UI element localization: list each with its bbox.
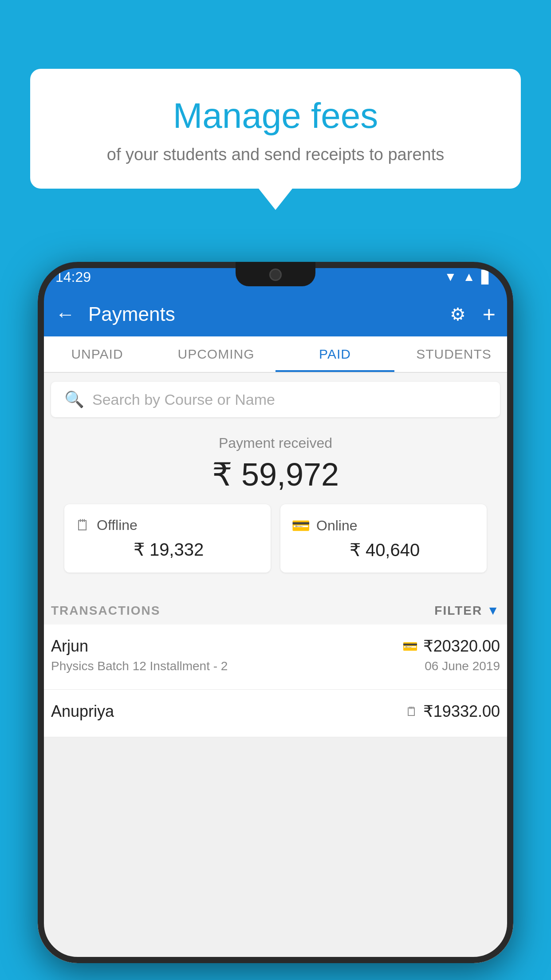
- filter-button[interactable]: FILTER ▼: [434, 604, 500, 618]
- transaction-row-1: Arjun 💳 ₹20320.00: [51, 637, 500, 656]
- transaction-type-icon-1: 💳: [402, 639, 418, 654]
- speech-bubble-subtitle: of your students and send receipts to pa…: [57, 145, 494, 164]
- speech-bubble-arrow: [259, 189, 292, 210]
- status-icons: ▼ ▲ ▊: [445, 270, 491, 285]
- offline-label: Offline: [97, 517, 138, 533]
- transaction-type-icon-2: 🗒: [405, 704, 418, 719]
- back-button[interactable]: ←: [55, 303, 75, 325]
- online-card-header: 💳 Online: [291, 517, 476, 534]
- search-container: 🔍 Search by Course or Name: [38, 373, 513, 426]
- camera: [269, 269, 282, 281]
- transaction-name-1: Arjun: [51, 637, 88, 656]
- speech-bubble-title: Manage fees: [57, 95, 494, 136]
- app-header: ← Payments ⚙ +: [38, 292, 513, 336]
- transaction-row-2: Anupriya 🗒 ₹19332.00: [51, 702, 500, 721]
- transactions-label: TRANSACTIONS: [51, 604, 160, 618]
- payment-summary: Payment received ₹ 59,972 🗒 Offline ₹ 19…: [38, 426, 513, 595]
- transaction-course-1: Physics Batch 12 Installment - 2: [51, 659, 228, 673]
- phone-frame: 14:29 ▼ ▲ ▊ ← Payments ⚙ + UNPAID: [38, 262, 513, 963]
- speech-bubble-wrapper: Manage fees of your students and send re…: [30, 69, 521, 210]
- offline-card: 🗒 Offline ₹ 19,332: [64, 504, 271, 573]
- filter-label: FILTER: [434, 604, 482, 618]
- header-title: Payments: [88, 303, 441, 325]
- transaction-item-anupriya[interactable]: Anupriya 🗒 ₹19332.00: [38, 690, 513, 737]
- search-placeholder: Search by Course or Name: [92, 391, 275, 408]
- tab-upcoming[interactable]: UPCOMING: [157, 336, 276, 372]
- transaction-amount-row-2: 🗒 ₹19332.00: [405, 702, 500, 721]
- app-screen: ← Payments ⚙ + UNPAID UPCOMING PAID STUD…: [38, 292, 513, 963]
- tab-unpaid[interactable]: UNPAID: [38, 336, 157, 372]
- online-amount: ₹ 40,640: [291, 540, 476, 560]
- online-icon: 💳: [291, 517, 310, 534]
- payment-amount: ₹ 59,972: [51, 456, 500, 493]
- transaction-name-2: Anupriya: [51, 702, 114, 721]
- phone-wrapper: 14:29 ▼ ▲ ▊ ← Payments ⚙ + UNPAID: [38, 262, 513, 980]
- transaction-details-row-1: Physics Batch 12 Installment - 2 06 June…: [51, 659, 500, 673]
- gear-icon[interactable]: ⚙: [450, 304, 466, 324]
- wifi-icon: ▼: [445, 270, 457, 284]
- speech-bubble: Manage fees of your students and send re…: [30, 69, 521, 189]
- battery-icon: ▊: [481, 270, 491, 285]
- transactions-header: TRANSACTIONS FILTER ▼: [38, 595, 513, 624]
- online-label: Online: [316, 518, 358, 534]
- filter-icon: ▼: [487, 604, 500, 618]
- cards-row: 🗒 Offline ₹ 19,332 💳 Online ₹ 40,640: [51, 504, 500, 581]
- search-icon: 🔍: [64, 390, 84, 409]
- transaction-amount-row-1: 💳 ₹20320.00: [402, 637, 500, 656]
- tabs-bar: UNPAID UPCOMING PAID STUDENTS: [38, 336, 513, 373]
- signal-icon: ▲: [463, 270, 475, 284]
- search-bar[interactable]: 🔍 Search by Course or Name: [51, 382, 500, 417]
- tab-paid[interactable]: PAID: [276, 336, 394, 372]
- offline-card-header: 🗒 Offline: [75, 517, 260, 534]
- transaction-item-arjun[interactable]: Arjun 💳 ₹20320.00 Physics Batch 12 Insta…: [38, 624, 513, 690]
- transaction-amount-2: ₹19332.00: [423, 702, 500, 721]
- plus-button[interactable]: +: [483, 301, 496, 327]
- transaction-amount-1: ₹20320.00: [423, 637, 500, 656]
- notch: [236, 262, 315, 286]
- tab-students[interactable]: STUDENTS: [394, 336, 513, 372]
- transaction-date-1: 06 June 2019: [425, 659, 500, 673]
- status-time: 14:29: [55, 269, 91, 285]
- online-card: 💳 Online ₹ 40,640: [280, 504, 487, 573]
- offline-amount: ₹ 19,332: [75, 539, 260, 560]
- offline-icon: 🗒: [75, 517, 91, 534]
- payment-received-label: Payment received: [51, 435, 500, 451]
